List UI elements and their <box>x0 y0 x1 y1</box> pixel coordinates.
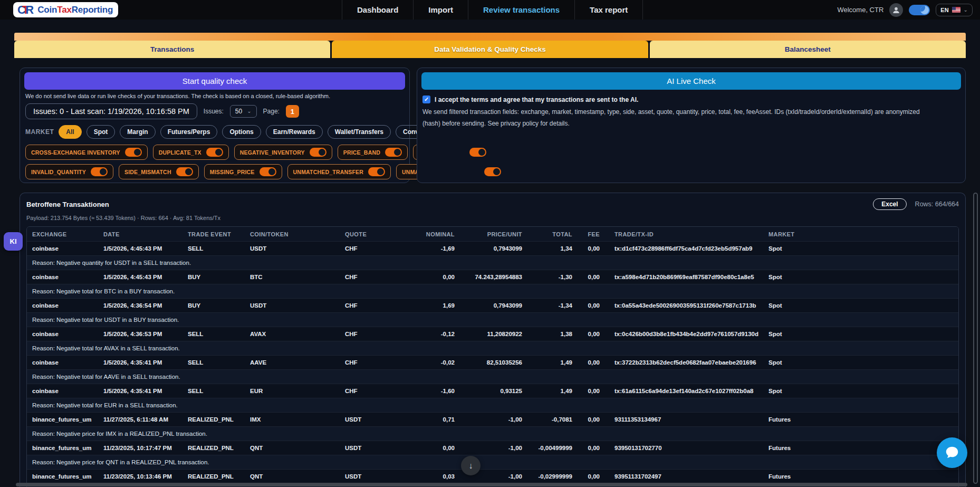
column-header-price-unit: PRICE/UNIT <box>460 227 527 241</box>
cell-trade-event: REALIZED_PNL <box>182 469 245 483</box>
vertical-scrollbar[interactable] <box>973 193 978 484</box>
cell-trade-tx-id: 93950131702770 <box>605 441 763 455</box>
cell-nominal: -1,69 <box>419 241 460 255</box>
arrow-down-icon: ↓ <box>469 461 473 471</box>
nav-item-label: Review transactions <box>483 5 560 14</box>
person-icon <box>892 6 900 14</box>
issues-per-page-select[interactable]: 50 ⌄ <box>230 105 257 118</box>
cell-fee: 0,00 <box>578 384 605 398</box>
nav-item-label: Dashboard <box>357 5 398 14</box>
rule-toggle-chip[interactable]: UNMATCHED_TRANSFER <box>287 164 391 179</box>
market-filter-row: MARKET All Spot Margin <box>25 125 405 139</box>
tab[interactable]: Data Validation & Quality Checks <box>332 41 648 58</box>
us-flag-icon <box>952 7 960 13</box>
consent-checkbox[interactable]: ✓ <box>422 96 430 103</box>
toggle-switch-icon[interactable] <box>176 167 193 176</box>
toggle-switch-icon[interactable] <box>310 148 326 157</box>
nav-item[interactable]: Review transactions <box>468 0 575 20</box>
market-filter-chip[interactable]: Options <box>222 125 261 139</box>
cell-coin-token: IMX <box>245 412 340 426</box>
consent-text: I accept the terms and agree that my tra… <box>435 96 638 103</box>
market-filter-chip[interactable]: Margin <box>120 125 155 139</box>
table-panel-title: Betroffene Transaktionen <box>26 200 109 208</box>
page-number-button[interactable]: 1 <box>286 105 299 118</box>
rule-toggle-chip[interactable]: NEGATIVE_INVENTORY <box>234 145 332 160</box>
cell-fee: 0,00 <box>578 469 605 483</box>
rule-toggle-chip[interactable]: DUPLICATE_TX <box>153 145 229 160</box>
toggle-switch-icon[interactable] <box>206 148 223 157</box>
rule-toggle-chip[interactable]: INVALID_QUANTITY <box>25 164 113 179</box>
chat-widget-button[interactable] <box>937 437 967 468</box>
scroll-down-button[interactable]: ↓ <box>461 456 481 475</box>
row-reason: Reason: Negative total for BTC in a BUY … <box>27 284 958 298</box>
cell-trade-event: SELL <box>182 241 245 255</box>
cell-exchange: coinbase <box>27 327 98 341</box>
theme-toggle[interactable] <box>909 5 930 15</box>
nav-item[interactable]: Dashboard <box>342 0 414 20</box>
nav-item-label: Import <box>428 5 453 14</box>
nav-item[interactable]: Tax report <box>575 0 643 20</box>
row-reason: Reason: Negative total for AVAX in a SEL… <box>27 341 958 355</box>
cell-total: 1,34 <box>527 241 578 255</box>
tab[interactable]: Balancesheet <box>650 41 966 58</box>
cell-date: 11/23/2025, 10:17:47 PM <box>98 441 182 455</box>
cell-exchange: binance_futures_um <box>27 441 98 455</box>
cell-quote: CHF <box>340 270 419 284</box>
nav-item[interactable]: Import <box>414 0 468 20</box>
toggle-switch-icon[interactable] <box>368 167 385 176</box>
rule-toggle-chip[interactable]: PRICE_BAND <box>338 145 408 160</box>
toggle-switch-icon[interactable] <box>260 167 276 176</box>
horizontal-scrollbar[interactable] <box>16 483 967 486</box>
rule-toggle-label: NEGATIVE_INVENTORY <box>240 149 305 156</box>
toggle-switch-icon[interactable] <box>125 148 142 157</box>
cell-total: 1,38 <box>527 327 578 341</box>
language-code: EN <box>940 7 948 13</box>
cell-market: Spot <box>763 384 958 398</box>
rule-toggle-label: PRICE_BAND <box>343 149 380 156</box>
tab-label: Data Validation & Quality Checks <box>434 45 546 53</box>
market-filter-chip[interactable]: Spot <box>87 125 116 139</box>
cell-exchange: coinbase <box>27 384 98 398</box>
cell-date: 1/5/2026, 4:45:43 PM <box>98 270 182 284</box>
excel-export-button[interactable]: Excel <box>873 198 906 210</box>
ki-badge[interactable]: KI <box>4 232 23 251</box>
toggle-switch-icon[interactable] <box>484 167 501 176</box>
app-logo[interactable]: CTR CoinTaxReporting <box>13 2 118 17</box>
rule-toggle-chip[interactable]: CROSS-EXCHANGE INVENTORY <box>25 145 148 160</box>
cell-price-unit: 82,51035256 <box>460 355 527 369</box>
cell-fee: 0,00 <box>578 327 605 341</box>
toggle-switch-icon[interactable] <box>469 148 486 157</box>
cell-trade-event: BUY <box>182 270 245 284</box>
scan-controls: Issues: 0 - Last scan: 1/19/2026, 10:16:… <box>25 103 405 119</box>
cell-price-unit: 74.243,28954883 <box>460 270 527 284</box>
rule-toggle-label: SIDE_MISMATCH <box>124 169 171 175</box>
cell-trade-event: REALIZED_PNL <box>182 412 245 426</box>
cell-fee: 0,00 <box>578 441 605 455</box>
start-quality-check-button[interactable]: Start quality check <box>24 72 405 90</box>
cell-exchange: coinbase <box>27 355 98 369</box>
rule-toggle-chip[interactable]: MISSING_PRICE <box>204 164 282 179</box>
user-avatar[interactable] <box>889 3 903 17</box>
cell-quote: USDT <box>340 469 419 483</box>
cell-coin-token: USDT <box>245 241 340 255</box>
market-filter-chip[interactable]: Wallet/Transfers <box>328 125 391 139</box>
toggle-switch-icon[interactable] <box>385 148 402 157</box>
cell-fee: 0,00 <box>578 270 605 284</box>
market-filter-chip-label: All <box>66 128 74 136</box>
cell-trade-tx-id: 93951131702497 <box>605 469 763 483</box>
rule-toggle-chip[interactable]: SIDE_MISMATCH <box>119 164 199 179</box>
cell-nominal: -1,60 <box>419 384 460 398</box>
tab[interactable]: Transactions <box>14 41 330 58</box>
cell-total: -1,30 <box>527 270 578 284</box>
market-filter-chip[interactable]: Earn/Rewards <box>266 125 323 139</box>
row-reason: Reason: Negative price for QNT in a REAL… <box>27 455 958 469</box>
market-filter-chip[interactable]: All <box>59 125 81 139</box>
cell-quote: CHF <box>340 355 419 369</box>
market-filter-chip[interactable]: Futures/Perps <box>160 125 218 139</box>
language-selector[interactable]: EN ⌄ <box>936 4 973 16</box>
ai-live-check-button[interactable]: AI Live Check <box>421 72 961 90</box>
cell-nominal: 0,00 <box>419 441 460 455</box>
cell-trade-event: SELL <box>182 327 245 341</box>
table-panel-header: Betroffene Transaktionen Excel Rows: 664… <box>26 198 959 210</box>
toggle-switch-icon[interactable] <box>91 167 108 176</box>
